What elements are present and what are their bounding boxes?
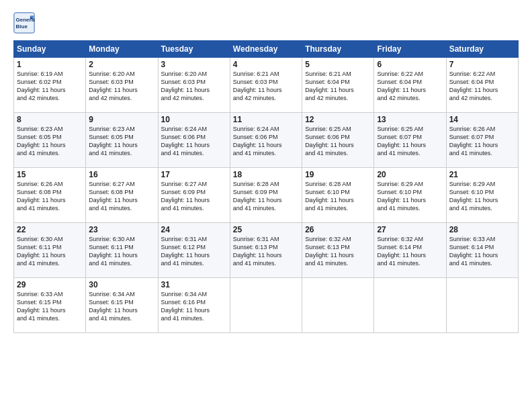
calendar-cell: 7Sunrise: 6:22 AM Sunset: 6:04 PM Daylig… <box>446 58 518 113</box>
day-info: Sunrise: 6:20 AM Sunset: 6:03 PM Dayligh… <box>89 70 154 103</box>
day-info: Sunrise: 6:33 AM Sunset: 6:14 PM Dayligh… <box>449 235 515 268</box>
calendar-cell: 14Sunrise: 6:26 AM Sunset: 6:07 PM Dayli… <box>446 113 518 168</box>
calendar-cell: 23Sunrise: 6:30 AM Sunset: 6:11 PM Dayli… <box>86 223 158 278</box>
calendar-cell: 27Sunrise: 6:32 AM Sunset: 6:14 PM Dayli… <box>374 223 446 278</box>
day-number: 25 <box>233 225 299 234</box>
day-info: Sunrise: 6:32 AM Sunset: 6:13 PM Dayligh… <box>305 235 371 268</box>
day-info: Sunrise: 6:25 AM Sunset: 6:06 PM Dayligh… <box>305 125 371 158</box>
day-number: 11 <box>233 115 299 124</box>
calendar-cell: 9Sunrise: 6:23 AM Sunset: 6:05 PM Daylig… <box>86 113 158 168</box>
calendar-page: General Blue SundayMondayTuesdayWednesda… <box>0 0 532 411</box>
day-info: Sunrise: 6:28 AM Sunset: 6:10 PM Dayligh… <box>305 180 371 213</box>
day-info: Sunrise: 6:21 AM Sunset: 6:04 PM Dayligh… <box>305 70 371 103</box>
calendar-cell: 1Sunrise: 6:19 AM Sunset: 6:02 PM Daylig… <box>14 58 86 113</box>
day-info: Sunrise: 6:19 AM Sunset: 6:02 PM Dayligh… <box>17 70 83 103</box>
logo-area: General Blue <box>13 12 38 34</box>
calendar-cell: 25Sunrise: 6:31 AM Sunset: 6:13 PM Dayli… <box>230 223 302 278</box>
header-cell-friday: Friday <box>374 41 446 58</box>
day-info: Sunrise: 6:24 AM Sunset: 6:06 PM Dayligh… <box>161 125 227 158</box>
svg-text:Blue: Blue <box>16 24 28 30</box>
header-cell-thursday: Thursday <box>302 41 374 58</box>
calendar-cell: 6Sunrise: 6:22 AM Sunset: 6:04 PM Daylig… <box>374 58 446 113</box>
day-info: Sunrise: 6:21 AM Sunset: 6:03 PM Dayligh… <box>233 70 299 103</box>
day-info: Sunrise: 6:31 AM Sunset: 6:12 PM Dayligh… <box>161 235 227 268</box>
day-info: Sunrise: 6:22 AM Sunset: 6:04 PM Dayligh… <box>449 70 515 103</box>
calendar-week-3: 22Sunrise: 6:30 AM Sunset: 6:11 PM Dayli… <box>14 223 519 278</box>
day-number: 4 <box>233 60 299 69</box>
day-info: Sunrise: 6:23 AM Sunset: 6:05 PM Dayligh… <box>17 125 83 158</box>
day-number: 12 <box>305 115 371 124</box>
calendar-cell: 10Sunrise: 6:24 AM Sunset: 6:06 PM Dayli… <box>158 113 230 168</box>
calendar-cell <box>374 278 446 333</box>
day-info: Sunrise: 6:29 AM Sunset: 6:10 PM Dayligh… <box>449 180 515 213</box>
header-cell-sunday: Sunday <box>14 41 86 58</box>
calendar-cell: 2Sunrise: 6:20 AM Sunset: 6:03 PM Daylig… <box>86 58 158 113</box>
day-number: 26 <box>305 225 371 234</box>
calendar-cell: 17Sunrise: 6:27 AM Sunset: 6:09 PM Dayli… <box>158 168 230 223</box>
day-number: 14 <box>449 115 515 124</box>
calendar-cell: 13Sunrise: 6:25 AM Sunset: 6:07 PM Dayli… <box>374 113 446 168</box>
day-info: Sunrise: 6:34 AM Sunset: 6:16 PM Dayligh… <box>161 290 227 323</box>
calendar-cell: 21Sunrise: 6:29 AM Sunset: 6:10 PM Dayli… <box>446 168 518 223</box>
day-number: 27 <box>377 225 443 234</box>
day-number: 24 <box>161 225 227 234</box>
day-number: 7 <box>449 60 515 69</box>
day-number: 9 <box>89 115 154 124</box>
header-cell-saturday: Saturday <box>446 41 518 58</box>
day-info: Sunrise: 6:34 AM Sunset: 6:15 PM Dayligh… <box>89 290 154 323</box>
header-cell-wednesday: Wednesday <box>230 41 302 58</box>
day-info: Sunrise: 6:22 AM Sunset: 6:04 PM Dayligh… <box>377 70 443 103</box>
day-info: Sunrise: 6:27 AM Sunset: 6:08 PM Dayligh… <box>89 180 154 213</box>
day-info: Sunrise: 6:27 AM Sunset: 6:09 PM Dayligh… <box>161 180 227 213</box>
day-number: 1 <box>17 60 83 69</box>
day-number: 17 <box>161 170 227 179</box>
day-number: 21 <box>449 170 515 179</box>
calendar-week-4: 29Sunrise: 6:33 AM Sunset: 6:15 PM Dayli… <box>14 278 519 333</box>
day-info: Sunrise: 6:31 AM Sunset: 6:13 PM Dayligh… <box>233 235 299 268</box>
calendar-cell <box>230 278 302 333</box>
day-number: 31 <box>161 280 227 289</box>
day-number: 13 <box>377 115 443 124</box>
day-number: 19 <box>305 170 371 179</box>
calendar-cell: 18Sunrise: 6:28 AM Sunset: 6:09 PM Dayli… <box>230 168 302 223</box>
day-number: 30 <box>89 280 154 289</box>
calendar-cell: 15Sunrise: 6:26 AM Sunset: 6:08 PM Dayli… <box>14 168 86 223</box>
calendar-cell: 12Sunrise: 6:25 AM Sunset: 6:06 PM Dayli… <box>302 113 374 168</box>
calendar-cell: 4Sunrise: 6:21 AM Sunset: 6:03 PM Daylig… <box>230 58 302 113</box>
day-info: Sunrise: 6:30 AM Sunset: 6:11 PM Dayligh… <box>89 235 154 268</box>
calendar-cell: 5Sunrise: 6:21 AM Sunset: 6:04 PM Daylig… <box>302 58 374 113</box>
calendar-cell: 24Sunrise: 6:31 AM Sunset: 6:12 PM Dayli… <box>158 223 230 278</box>
day-number: 8 <box>17 115 83 124</box>
calendar-table: SundayMondayTuesdayWednesdayThursdayFrid… <box>13 40 519 333</box>
day-info: Sunrise: 6:29 AM Sunset: 6:10 PM Dayligh… <box>377 180 443 213</box>
day-number: 2 <box>89 60 154 69</box>
day-number: 10 <box>161 115 227 124</box>
day-number: 5 <box>305 60 371 69</box>
day-number: 18 <box>233 170 299 179</box>
header-cell-monday: Monday <box>86 41 158 58</box>
calendar-cell <box>302 278 374 333</box>
header: General Blue <box>13 12 519 34</box>
day-number: 15 <box>17 170 83 179</box>
day-info: Sunrise: 6:32 AM Sunset: 6:14 PM Dayligh… <box>377 235 443 268</box>
day-info: Sunrise: 6:33 AM Sunset: 6:15 PM Dayligh… <box>17 290 83 323</box>
calendar-cell: 8Sunrise: 6:23 AM Sunset: 6:05 PM Daylig… <box>14 113 86 168</box>
day-info: Sunrise: 6:28 AM Sunset: 6:09 PM Dayligh… <box>233 180 299 213</box>
header-row: SundayMondayTuesdayWednesdayThursdayFrid… <box>14 41 519 58</box>
header-cell-tuesday: Tuesday <box>158 41 230 58</box>
calendar-week-2: 15Sunrise: 6:26 AM Sunset: 6:08 PM Dayli… <box>14 168 519 223</box>
calendar-cell: 22Sunrise: 6:30 AM Sunset: 6:11 PM Dayli… <box>14 223 86 278</box>
day-number: 29 <box>17 280 83 289</box>
calendar-week-1: 8Sunrise: 6:23 AM Sunset: 6:05 PM Daylig… <box>14 113 519 168</box>
calendar-cell: 16Sunrise: 6:27 AM Sunset: 6:08 PM Dayli… <box>86 168 158 223</box>
day-number: 20 <box>377 170 443 179</box>
day-info: Sunrise: 6:23 AM Sunset: 6:05 PM Dayligh… <box>89 125 154 158</box>
calendar-cell: 26Sunrise: 6:32 AM Sunset: 6:13 PM Dayli… <box>302 223 374 278</box>
calendar-cell: 28Sunrise: 6:33 AM Sunset: 6:14 PM Dayli… <box>446 223 518 278</box>
calendar-cell: 11Sunrise: 6:24 AM Sunset: 6:06 PM Dayli… <box>230 113 302 168</box>
day-number: 28 <box>449 225 515 234</box>
day-number: 23 <box>89 225 154 234</box>
general-blue-logo-icon: General Blue <box>13 12 35 34</box>
calendar-cell: 29Sunrise: 6:33 AM Sunset: 6:15 PM Dayli… <box>14 278 86 333</box>
day-info: Sunrise: 6:26 AM Sunset: 6:08 PM Dayligh… <box>17 180 83 213</box>
